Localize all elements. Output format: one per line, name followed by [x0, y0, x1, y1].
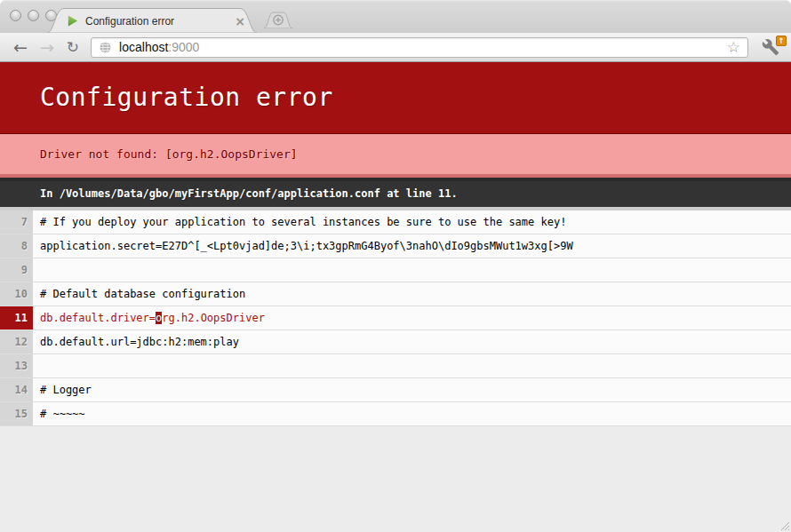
line-number: 11	[0, 306, 33, 330]
tab-title: Configuration error	[85, 15, 228, 28]
resize-grip[interactable]	[778, 519, 790, 531]
menu-wrench-button[interactable]: ↑	[757, 36, 784, 58]
line-content: # If you deploy your application to seve…	[33, 210, 791, 234]
code-line-10: 10# Default database configuration	[0, 282, 791, 306]
update-badge: ↑	[776, 36, 787, 46]
new-tab-button[interactable]	[263, 12, 293, 28]
line-content	[33, 258, 791, 282]
error-page: Configuration error Driver not found: [o…	[0, 62, 791, 426]
tab-content: Configuration error ×	[46, 7, 258, 33]
play-favicon-icon	[66, 14, 79, 28]
line-content: application.secret=E27D^[_<Lpt0vjad]de;3…	[33, 234, 791, 258]
code-line-9: 9	[0, 258, 791, 282]
code-line-12: 12db.default.url=jdbc:h2:mem:play	[0, 330, 791, 354]
line-number: 13	[0, 354, 33, 377]
line-number: 15	[0, 402, 33, 425]
minimize-window-button[interactable]	[28, 10, 39, 21]
address-bar[interactable]: localhost:9000 ☆	[91, 37, 748, 58]
code-line-14: 14# Logger	[0, 378, 791, 402]
new-tab-shape	[263, 12, 293, 28]
browser-tab[interactable]: Configuration error ×	[46, 7, 258, 33]
code-line-11: 11db.default.driver=org.h2.OopsDriver	[0, 306, 791, 330]
line-number: 10	[0, 282, 33, 306]
url-host: localhost	[119, 40, 168, 54]
line-number: 12	[0, 330, 33, 353]
line-number: 8	[0, 234, 33, 258]
toolbar: ← → ↻ localhost:9000 ☆ ↑	[0, 33, 791, 62]
tab-close-icon[interactable]: ×	[235, 15, 245, 28]
code-line-13: 13	[0, 354, 791, 378]
line-number: 9	[0, 258, 33, 282]
error-detail: Driver not found: [org.h2.OopsDriver]	[0, 134, 791, 178]
line-content: # Default database configuration	[33, 282, 791, 306]
tab-strip: Configuration error ×	[0, 0, 791, 33]
bookmark-star-icon[interactable]: ☆	[727, 40, 740, 55]
url-text: localhost:9000	[119, 40, 199, 54]
line-number: 7	[0, 210, 33, 234]
browser-window: Configuration error × ← → ↻	[0, 0, 791, 532]
close-window-button[interactable]	[10, 10, 21, 21]
line-content: db.default.url=jdbc:h2:mem:play	[33, 330, 791, 353]
back-button[interactable]: ←	[7, 37, 34, 57]
url-port: :9000	[168, 40, 199, 54]
line-content: # ~~~~~	[33, 402, 791, 425]
globe-icon	[99, 41, 112, 54]
forward-button[interactable]: →	[34, 37, 60, 57]
line-content: db.default.driver=org.h2.OopsDriver	[33, 306, 791, 330]
source-code-listing: 7# If you deploy your application to sev…	[0, 207, 791, 426]
page-title: Configuration error	[0, 62, 791, 134]
line-content	[33, 354, 791, 377]
code-line-8: 8application.secret=E27D^[_<Lpt0vjad]de;…	[0, 234, 791, 258]
line-content: # Logger	[33, 378, 791, 401]
reload-button[interactable]: ↻	[60, 37, 85, 57]
code-line-7: 7# If you deploy your application to sev…	[0, 207, 791, 234]
code-line-15: 15# ~~~~~	[0, 402, 791, 426]
line-number: 14	[0, 378, 33, 401]
error-location: In /Volumes/Data/gbo/myFirstApp/conf/app…	[0, 178, 791, 207]
